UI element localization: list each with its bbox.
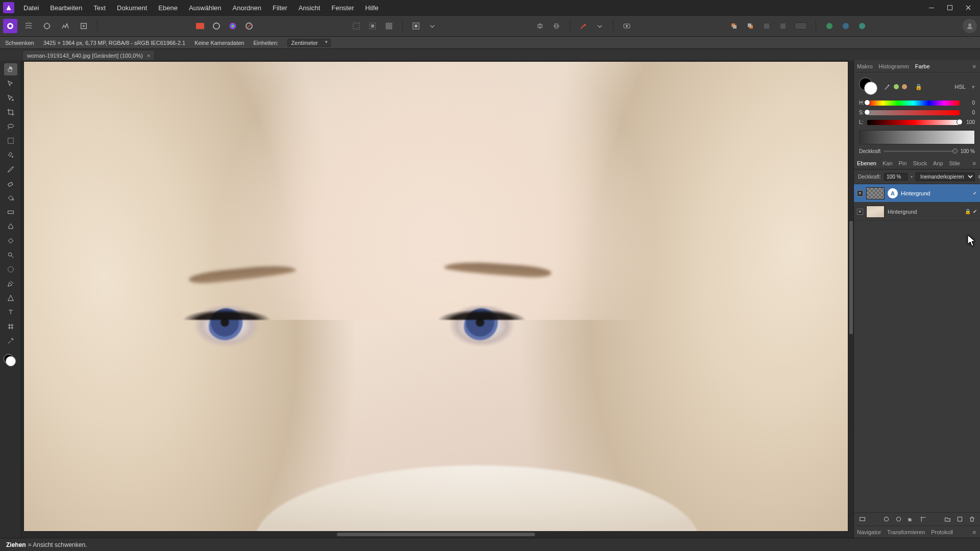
cloud2-icon[interactable] bbox=[839, 19, 853, 33]
cloud1-icon[interactable] bbox=[822, 19, 837, 33]
mesh-tool[interactable] bbox=[4, 320, 17, 333]
tab-kan[interactable]: Kan bbox=[883, 158, 893, 168]
menu-dokument[interactable]: Dokument bbox=[112, 2, 152, 14]
text-tool[interactable] bbox=[4, 306, 17, 318]
tab-ebenen[interactable]: Ebenen bbox=[857, 158, 876, 168]
floodselect-tool[interactable] bbox=[4, 149, 17, 161]
color-opacity-slider[interactable]: Deckkraft 100 % bbox=[859, 148, 975, 154]
lasso-tool[interactable] bbox=[4, 120, 17, 133]
checkmark-icon[interactable]: ✔ bbox=[973, 190, 977, 196]
canvas[interactable] bbox=[23, 61, 848, 532]
tab-pin[interactable]: Pin bbox=[899, 158, 907, 168]
add-mask-icon[interactable] bbox=[883, 515, 891, 523]
eyedropper-icon[interactable] bbox=[884, 83, 891, 90]
persona-export[interactable] bbox=[77, 19, 91, 33]
panel-menu-icon[interactable]: ≡ bbox=[969, 529, 980, 535]
visibility-checkbox[interactable]: ✕ bbox=[857, 190, 863, 196]
visibility-checkbox[interactable]: ✕ bbox=[857, 209, 863, 215]
menu-fenster[interactable]: Fenster bbox=[326, 2, 359, 14]
erase-tool[interactable] bbox=[4, 178, 17, 190]
color-mode-dropdown-icon[interactable]: ▾ bbox=[972, 84, 975, 90]
blend-mode-select[interactable]: Ineinanderkopieren bbox=[916, 172, 975, 181]
tab-navigator[interactable]: Navigator bbox=[857, 527, 881, 537]
menu-auswaehlen[interactable]: Auswählen bbox=[184, 2, 227, 14]
lum-slider[interactable]: L: 100 bbox=[859, 119, 975, 125]
menu-bearbeiten[interactable]: Bearbeiten bbox=[45, 2, 87, 14]
crop-layer-icon[interactable] bbox=[919, 515, 927, 523]
add-layer-icon[interactable] bbox=[955, 515, 964, 523]
color-swatch-pair[interactable] bbox=[859, 78, 879, 96]
close-button[interactable] bbox=[960, 2, 977, 14]
menu-anordnen[interactable]: Anordnen bbox=[228, 2, 266, 14]
swatch-red-icon[interactable] bbox=[193, 19, 207, 33]
dodge-tool[interactable] bbox=[4, 249, 17, 261]
arrange2-icon[interactable] bbox=[743, 19, 757, 33]
hue-slider[interactable]: H: 0 bbox=[859, 100, 975, 106]
tab-anp[interactable]: Anp bbox=[933, 158, 943, 168]
arrange3-icon[interactable] bbox=[760, 19, 774, 33]
color-mode-label[interactable]: HSL bbox=[955, 84, 966, 90]
tab-stock[interactable]: Stock bbox=[913, 158, 927, 168]
tab-farbe[interactable]: Farbe bbox=[915, 61, 930, 71]
checkmark-icon[interactable]: ✔ bbox=[973, 209, 977, 214]
opacity-dropdown-icon[interactable]: ▾ bbox=[911, 174, 913, 179]
pen-tool[interactable] bbox=[4, 278, 17, 290]
quickmask-dropdown-icon[interactable] bbox=[425, 19, 439, 33]
hand-tool[interactable] bbox=[4, 63, 17, 76]
user-avatar-icon[interactable] bbox=[963, 19, 977, 33]
units-select[interactable]: Zentimeter bbox=[287, 39, 331, 47]
persona-photo[interactable] bbox=[3, 19, 17, 33]
maximize-button[interactable] bbox=[941, 2, 959, 14]
add-fx-icon[interactable]: fx bbox=[907, 515, 915, 523]
heal-tool[interactable] bbox=[4, 235, 17, 247]
layer-row[interactable]: ✕ A Hintergrund ✔ bbox=[854, 184, 980, 203]
tab-transformieren[interactable]: Transformieren bbox=[887, 527, 925, 537]
color-wheel-icon[interactable] bbox=[226, 19, 240, 33]
arrange1-icon[interactable] bbox=[727, 19, 741, 33]
shape-tool[interactable] bbox=[4, 292, 17, 304]
tab-stile[interactable]: Stile bbox=[949, 158, 960, 168]
panel-menu-icon[interactable]: ≡ bbox=[969, 63, 980, 69]
vertical-scrollbar[interactable] bbox=[849, 61, 853, 532]
minimize-button[interactable] bbox=[923, 2, 940, 14]
selectionbrush-tool[interactable] bbox=[4, 263, 17, 276]
selection-invert-icon[interactable] bbox=[365, 19, 380, 33]
group-icon[interactable] bbox=[943, 515, 951, 523]
brush-tool[interactable] bbox=[4, 163, 17, 176]
document-tab[interactable]: woman-1919143_640.jpg [Geändert] (100,0%… bbox=[22, 50, 155, 60]
menu-ebene[interactable]: Ebene bbox=[153, 2, 183, 14]
auto-enhance-icon[interactable] bbox=[576, 19, 591, 33]
layer-opacity-input[interactable] bbox=[884, 173, 908, 181]
selection-all-icon[interactable] bbox=[382, 19, 396, 33]
close-icon[interactable]: × bbox=[147, 53, 150, 59]
layer-row[interactable]: ✕ Hintergrund 🔒 ✔ bbox=[854, 203, 980, 221]
panel-menu-icon[interactable]: ≡ bbox=[969, 160, 980, 166]
align-vertical-icon[interactable] bbox=[533, 19, 547, 33]
menu-text[interactable]: Text bbox=[88, 2, 111, 14]
circle-outline-icon[interactable] bbox=[209, 19, 224, 33]
menu-hilfe[interactable]: Hilfe bbox=[360, 2, 384, 14]
snapping-icon[interactable] bbox=[620, 19, 634, 33]
marquee-tool[interactable] bbox=[4, 135, 17, 147]
arrange5-icon[interactable] bbox=[792, 19, 810, 33]
tab-protokoll[interactable]: Protokoll bbox=[931, 527, 953, 537]
sat-slider[interactable]: S: 0 bbox=[859, 110, 975, 115]
lock-icon[interactable]: 🔒 bbox=[915, 84, 922, 90]
menu-datei[interactable]: Datei bbox=[18, 2, 44, 14]
fill-tool[interactable] bbox=[4, 192, 17, 204]
menu-filter[interactable]: Filter bbox=[267, 2, 292, 14]
horizontal-scrollbar[interactable] bbox=[23, 532, 848, 537]
gear-icon[interactable]: ⚙ bbox=[978, 174, 980, 180]
mask-mode-icon[interactable] bbox=[858, 515, 866, 523]
color-swatch[interactable] bbox=[4, 354, 18, 368]
quickmask-icon[interactable] bbox=[409, 19, 423, 33]
selection-none-icon[interactable] bbox=[349, 19, 363, 33]
colorpicker-tool[interactable] bbox=[4, 335, 17, 347]
gradient-tool[interactable] bbox=[4, 206, 17, 218]
cloud3-icon[interactable] bbox=[855, 19, 869, 33]
align-horizontal-icon[interactable] bbox=[549, 19, 564, 33]
crop-tool[interactable] bbox=[4, 106, 17, 118]
trash-icon[interactable] bbox=[968, 515, 976, 523]
tab-makro[interactable]: Makro bbox=[857, 61, 873, 71]
persona-liquify[interactable] bbox=[21, 19, 36, 33]
